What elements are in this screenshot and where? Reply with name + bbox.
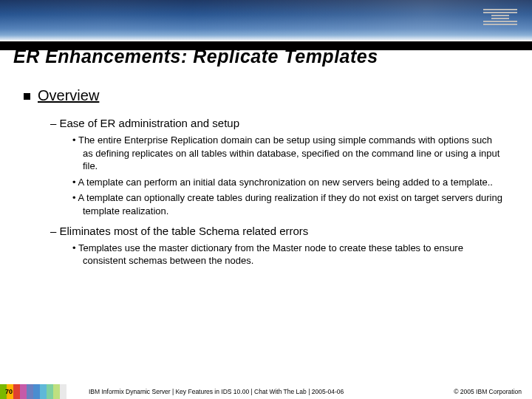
bullet: Templates use the master dictionary from… bbox=[72, 242, 502, 267]
slide-title: ER Enhancements: Replicate Templates bbox=[13, 46, 519, 67]
section-heading: Overview bbox=[41, 86, 502, 106]
header-band bbox=[0, 0, 532, 41]
subhead-2: Eliminates most of the table Schema rela… bbox=[50, 224, 502, 239]
slide-content: Overview Ease of ER administration and s… bbox=[41, 86, 502, 270]
slide-number: 70 bbox=[1, 384, 16, 399]
slide: ER Enhancements: Replicate Templates Ove… bbox=[0, 0, 532, 399]
ibm-logo-icon bbox=[483, 9, 517, 25]
subhead-1: Ease of ER administration and setup bbox=[50, 116, 502, 131]
footer-text: IBM Informix Dynamic Server | Key Featur… bbox=[89, 384, 421, 399]
footer: 70 IBM Informix Dynamic Server | Key Fea… bbox=[0, 384, 532, 399]
bullet: The entire Enterprise Replication domain… bbox=[72, 134, 502, 173]
footer-copyright: © 2005 IBM Corporation bbox=[454, 384, 522, 399]
bullet: A template can optionally create tables … bbox=[72, 191, 502, 217]
bullet: A template can perform an initial data s… bbox=[72, 176, 502, 189]
